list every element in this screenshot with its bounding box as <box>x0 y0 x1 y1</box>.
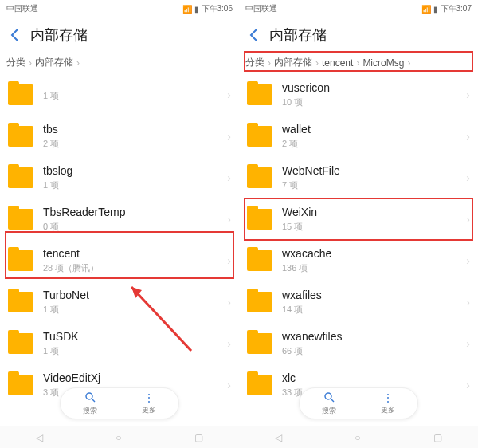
chevron-right-icon: › <box>227 171 231 184</box>
chevron-icon: › <box>407 57 410 69</box>
more-icon: ⋮ <box>382 391 394 404</box>
crumb-1[interactable]: 内部存储 <box>274 56 312 69</box>
carrier-label: 中国联通 <box>6 3 38 14</box>
screen-left: 中国联通 📶 ▮ 下午3:06 内部存储 分类 › 内部存储 › 1 项›tbs… <box>0 0 239 448</box>
folder-meta: wxacache136 项 <box>282 247 466 274</box>
folder-icon <box>8 84 33 105</box>
nav-recent[interactable]: ▢ <box>433 432 442 443</box>
folder-name: TurboNet <box>43 289 227 302</box>
folder-row[interactable]: wxacache136 项› <box>239 240 478 281</box>
chevron-right-icon: › <box>466 213 470 226</box>
clock: 下午3:07 <box>441 3 472 14</box>
folder-icon <box>247 167 272 188</box>
status-bar: 中国联通 📶 ▮ 下午3:06 <box>0 0 239 18</box>
nav-back[interactable]: ◁ <box>36 432 43 443</box>
folder-icon <box>8 250 33 271</box>
chevron-right-icon: › <box>227 130 231 143</box>
folder-meta: WeiXin15 项 <box>282 206 466 233</box>
folder-name: wallet <box>282 123 466 136</box>
folder-list: vusericon10 项›wallet2 项›WebNetFile7 项›We… <box>239 74 478 406</box>
crumb-1[interactable]: 内部存储 <box>35 56 73 69</box>
folder-sub: 66 项 <box>282 345 466 357</box>
folder-meta: tbs2 项 <box>43 123 227 150</box>
folder-row[interactable]: wxafiles14 项› <box>239 281 478 323</box>
folder-icon <box>8 167 33 188</box>
folder-meta: WebNetFile7 项 <box>282 164 466 191</box>
folder-row[interactable]: tencent28 项（腾讯）› <box>0 240 239 281</box>
breadcrumb[interactable]: 分类 › 内部存储 › <box>0 53 239 74</box>
search-icon <box>323 391 335 405</box>
breadcrumb[interactable]: 分类 › 内部存储 › tencent › MicroMsg › <box>239 53 478 74</box>
nav-home[interactable]: ○ <box>355 432 360 443</box>
folder-row[interactable]: tbslog1 项› <box>0 157 239 198</box>
nav-home[interactable]: ○ <box>116 432 121 443</box>
folder-icon <box>247 84 272 105</box>
folder-sub: 14 项 <box>282 304 466 316</box>
chevron-icon: › <box>356 57 359 69</box>
folder-sub: 7 项 <box>282 179 466 191</box>
folder-name: WeiXin <box>282 206 466 219</box>
folder-row[interactable]: WeiXin15 项› <box>239 198 478 240</box>
folder-sub: 1 项 <box>43 345 227 357</box>
crumb-3[interactable]: MicroMsg <box>362 57 404 69</box>
folder-meta: TurboNet1 项 <box>43 289 227 316</box>
folder-name: VideoEditXj <box>43 371 227 385</box>
search-button[interactable]: 搜索 <box>300 391 358 416</box>
folder-row[interactable]: TuSDK1 项› <box>0 323 239 364</box>
back-button[interactable] <box>5 24 27 46</box>
crumb-0[interactable]: 分类 <box>245 56 264 69</box>
folder-row[interactable]: TurboNet1 项› <box>0 281 239 323</box>
clock: 下午3:06 <box>202 3 233 14</box>
back-button[interactable] <box>244 24 266 46</box>
folder-meta: wxanewfiles66 项 <box>282 330 466 357</box>
folder-list: 1 项›tbs2 项›tbslog1 项›TbsReaderTemp0 项›te… <box>0 74 239 406</box>
chevron-right-icon: › <box>227 296 231 308</box>
nav-bar: ◁ ○ ▢ <box>0 426 239 448</box>
folder-sub: 0 项 <box>43 221 227 233</box>
chevron-icon: › <box>76 57 80 69</box>
folder-sub: 2 项 <box>43 138 227 150</box>
folder-meta: TuSDK1 项 <box>43 330 227 357</box>
more-icon: ⋮ <box>143 391 155 404</box>
folder-row[interactable]: wallet2 项› <box>239 116 478 157</box>
header: 内部存储 <box>0 18 239 53</box>
folder-icon <box>247 250 272 271</box>
folder-row[interactable]: TbsReaderTemp0 项› <box>0 198 239 240</box>
battery-icon: ▮ <box>194 5 199 14</box>
nav-recent[interactable]: ▢ <box>194 432 203 443</box>
back-icon <box>247 27 263 43</box>
folder-name: TuSDK <box>43 330 227 344</box>
screen-right: 中国联通 📶 ▮ 下午3:07 内部存储 分类 › 内部存储 › tencent… <box>239 0 478 448</box>
folder-icon <box>247 333 272 354</box>
more-button[interactable]: ⋮ 更多 <box>120 391 178 415</box>
folder-row[interactable]: 1 项› <box>0 74 239 116</box>
carrier-label: 中国联通 <box>245 3 277 14</box>
folder-name: TbsReaderTemp <box>43 206 227 219</box>
crumb-0[interactable]: 分类 <box>6 56 25 69</box>
nav-back[interactable]: ◁ <box>275 432 282 443</box>
folder-row[interactable]: vusericon10 项› <box>239 74 478 116</box>
folder-icon <box>8 292 33 312</box>
folder-meta: tencent28 项（腾讯） <box>43 247 227 274</box>
search-button[interactable]: 搜索 <box>61 391 120 416</box>
status-right: 📶 ▮ 下午3:06 <box>182 3 233 14</box>
folder-icon <box>247 292 272 312</box>
folder-icon <box>8 375 33 395</box>
folder-meta: vusericon10 项 <box>282 81 466 108</box>
folder-sub: 10 项 <box>282 96 466 108</box>
header: 内部存储 <box>239 18 478 53</box>
folder-row[interactable]: tbs2 项› <box>0 116 239 157</box>
chevron-right-icon: › <box>466 171 470 184</box>
wifi-icon: 📶 <box>182 5 192 14</box>
svg-point-4 <box>325 393 331 399</box>
more-button[interactable]: ⋮ 更多 <box>358 391 417 415</box>
page-title: 内部存储 <box>269 26 327 45</box>
folder-row[interactable]: wxanewfiles66 项› <box>239 323 478 364</box>
folder-sub: 1 项 <box>43 90 227 102</box>
floating-toolbar: 搜索 ⋮ 更多 <box>299 387 418 419</box>
folder-row[interactable]: WebNetFile7 项› <box>239 157 478 198</box>
svg-point-2 <box>86 393 92 399</box>
folder-name: tencent <box>43 247 227 261</box>
crumb-2[interactable]: tencent <box>322 57 353 69</box>
chevron-right-icon: › <box>227 337 231 350</box>
